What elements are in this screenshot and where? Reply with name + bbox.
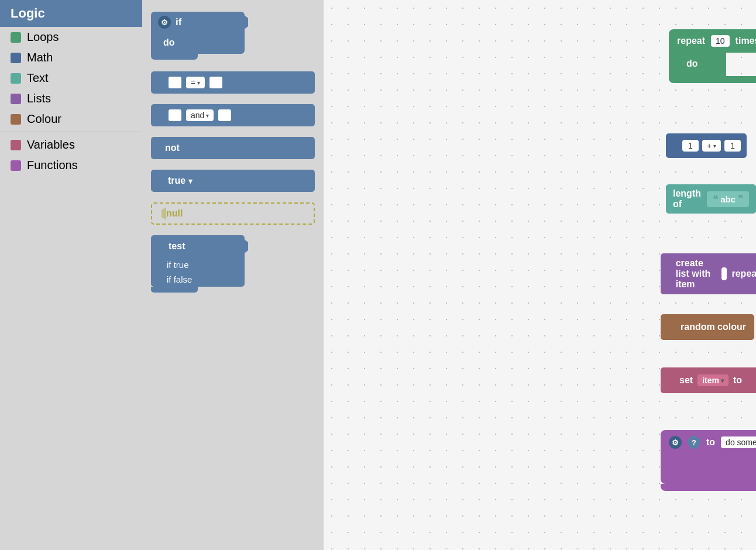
dropdown-arrow: ▾ <box>197 80 200 86</box>
and-right-slot <box>218 109 231 121</box>
lists-color-dot <box>11 94 21 104</box>
sidebar-item-text[interactable]: Text <box>0 68 142 88</box>
and-label: and <box>191 111 204 120</box>
null-label: null <box>166 208 183 219</box>
left-puzzle-svg <box>672 138 679 154</box>
and-dropdown[interactable]: and ▾ <box>186 109 214 121</box>
sidebar-item-functions[interactable]: Functions <box>0 155 142 176</box>
var-name: item <box>702 376 719 385</box>
math-val2[interactable]: 1 <box>724 140 741 152</box>
list-block[interactable]: create list with item repeated 5 times <box>661 253 756 294</box>
null-block-palette[interactable]: null <box>151 202 315 225</box>
sidebar-separator <box>0 132 142 132</box>
functions-color-dot <box>11 160 21 171</box>
quote-open: ❝ <box>713 193 718 205</box>
sidebar-item-variables[interactable]: Variables <box>0 135 142 155</box>
right-notch-svg <box>243 15 252 30</box>
if-true-label: if true <box>167 260 189 270</box>
random-colour-label: random colour <box>681 322 746 332</box>
colour-color-dot <box>11 114 21 125</box>
math-color-dot <box>11 53 21 63</box>
math-block[interactable]: 1 + ▾ 1 <box>666 133 747 158</box>
variables-color-dot <box>11 140 21 150</box>
variable-dropdown[interactable]: item ▾ <box>697 374 728 386</box>
right-notch-svg <box>243 239 252 254</box>
left-puzzle-svg <box>158 141 165 155</box>
function-block[interactable]: ⚙ ? to do something <box>661 430 756 491</box>
test-label: test <box>169 241 185 252</box>
and-block-palette[interactable]: and ▾ <box>151 104 315 126</box>
left-puzzle-svg <box>158 239 165 253</box>
true-block-palette[interactable]: true ▾ <box>151 170 315 192</box>
create-list-label: create list with item <box>676 258 717 290</box>
left-puzzle-svg <box>668 372 675 389</box>
true-label: true <box>168 176 185 186</box>
not-label: not <box>165 143 180 153</box>
right-puzzle-svg <box>183 141 191 155</box>
left-puzzle-svg <box>158 174 165 188</box>
sidebar-item-logic[interactable]: Logic <box>0 0 142 27</box>
if-label: if <box>176 16 181 28</box>
repeat-value[interactable]: 10 <box>711 35 730 47</box>
variable-set-block[interactable]: set item ▾ to <box>661 367 756 393</box>
to-label: to <box>733 375 742 386</box>
set-label: set <box>679 375 693 386</box>
block-palette: ⚙ if do = ▾ <box>142 0 324 550</box>
left-puzzle-svg <box>157 75 164 90</box>
length-of-label: length of <box>673 188 703 209</box>
if-block-palette[interactable]: ⚙ if do <box>151 12 245 60</box>
equals-label: = <box>191 78 195 87</box>
sidebar: Logic Loops Math Text Lists Colour Varia… <box>0 0 142 550</box>
left-puzzle-svg <box>668 266 671 282</box>
sidebar-item-colour[interactable]: Colour <box>0 109 142 129</box>
and-left-slot <box>169 109 181 121</box>
colour-block[interactable]: random colour <box>661 314 754 340</box>
left-puzzle-svg <box>159 207 166 220</box>
question-icon: ? <box>688 436 700 449</box>
right-puzzle-svg <box>747 372 755 389</box>
text-color-dot <box>11 73 21 84</box>
test-block-palette[interactable]: test if true if false <box>151 235 245 293</box>
sidebar-item-math[interactable]: Math <box>0 47 142 68</box>
gear-icon: ⚙ <box>669 436 682 449</box>
left-input-slot <box>169 77 181 88</box>
do-label: do <box>163 37 175 47</box>
sidebar-item-loops[interactable]: Loops <box>0 27 142 47</box>
dropdown-arrow: ▾ <box>188 177 193 185</box>
text-value[interactable]: abc <box>720 194 736 204</box>
left-puzzle-svg <box>669 319 676 335</box>
repeat-times: times <box>736 36 756 46</box>
dropdown-arrow: ▾ <box>206 112 209 119</box>
text-length-block[interactable]: length of ❝ abc ❞ <box>666 184 756 214</box>
do-label: do <box>686 59 698 68</box>
math-val1[interactable]: 1 <box>682 140 699 152</box>
not-block-palette[interactable]: not <box>151 137 315 159</box>
right-puzzle-svg <box>236 108 243 122</box>
gear-icon: ⚙ <box>158 16 171 29</box>
left-puzzle-svg <box>157 108 164 122</box>
right-input-slot <box>209 77 222 88</box>
if-false-label: if false <box>167 274 192 284</box>
repeat-block[interactable]: repeat 10 times do <box>669 29 756 83</box>
workspace-canvas: repeat 10 times do 1 + ▾ 1 length of ❝ a… <box>324 0 756 550</box>
func-to-label: to <box>706 437 715 448</box>
equals-dropdown[interactable]: = ▾ <box>186 77 205 88</box>
func-name[interactable]: do something <box>721 436 756 448</box>
quote-close: ❞ <box>738 193 743 205</box>
equals-block-palette[interactable]: = ▾ <box>151 71 315 94</box>
loops-color-dot <box>11 32 21 43</box>
sidebar-item-lists[interactable]: Lists <box>0 88 142 109</box>
right-puzzle-svg <box>227 75 234 90</box>
repeat-label: repeat <box>677 36 705 46</box>
item-slot[interactable] <box>721 267 727 280</box>
math-op-dropdown[interactable]: + ▾ <box>702 140 721 152</box>
repeated-label: repeated <box>731 269 756 279</box>
